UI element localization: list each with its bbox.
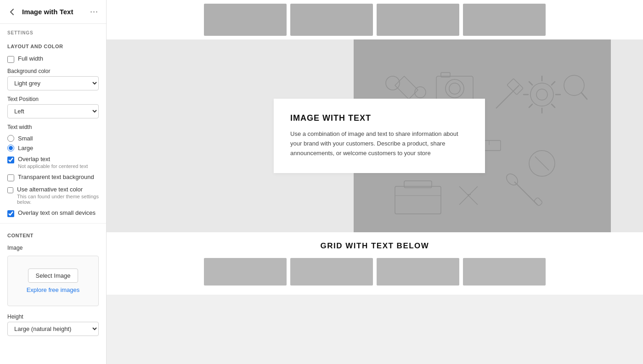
overlay-small-checkbox[interactable] [7,210,14,217]
text-width-large-label: Large [18,145,33,151]
text-width-radio-group: Small Large [0,133,106,153]
svg-line-38 [514,182,537,205]
alt-text-color-checkbox[interactable] [7,187,13,194]
placeholder-thumb-3 [377,4,459,36]
overlay-heading: IMAGE WITH TEXT [290,113,468,123]
background-color-row: Background color Light grey White Dark C… [0,65,106,93]
overlay-small-row: Overlay text on small devices [0,207,106,219]
grid-section: GRID WITH TEXT BELOW [107,232,643,295]
alt-text-color-label: Use alternative text color [17,186,99,193]
grid-thumb-1 [204,258,287,286]
overlap-text-row: Overlap text Not applicable for centered… [0,153,106,171]
top-image-row [107,0,643,39]
grid-row [116,258,634,286]
grid-title: GRID WITH TEXT BELOW [116,241,634,251]
svg-line-15 [552,104,555,107]
overlap-text-checkbox[interactable] [7,157,14,163]
svg-point-9 [536,89,547,100]
text-width-large-row: Large [7,145,99,151]
svg-line-19 [581,93,587,99]
placeholder-thumb-4 [463,4,546,36]
svg-point-4 [449,83,460,94]
background-color-label: Background color [7,68,99,74]
full-width-row: Full width [0,53,106,65]
alt-text-color-sublabel: This can found under theme settings belo… [17,194,99,205]
left-panel: Image with Text ··· SETTINGS LAYOUT AND … [0,0,107,364]
text-width-small-radio[interactable] [7,135,14,142]
panel-header: Image with Text ··· [0,0,106,24]
text-position-label: Text Position [7,96,99,102]
panel-title: Image with Text [22,8,84,16]
grid-thumb-4 [463,258,546,286]
text-width-row: Text width [0,121,106,133]
svg-rect-35 [395,186,441,214]
overlay-body: Use a combination of image and text to s… [290,129,468,158]
more-options-button[interactable]: ··· [88,6,101,18]
grid-thumb-3 [377,258,459,286]
svg-point-1 [415,87,426,98]
placeholder-thumb-2 [290,4,373,36]
svg-point-8 [530,83,553,106]
text-position-row: Text Position Left Center Right [0,93,106,121]
full-width-label: Full width [18,55,43,62]
layout-color-label: LAYOUT AND COLOR [0,38,106,53]
svg-line-16 [552,82,555,85]
grid-thumb-2 [290,258,373,286]
divider [0,223,106,224]
svg-line-6 [496,85,519,108]
settings-label: SETTINGS [0,24,106,38]
image-upload-box: Select Image Explore free images [7,256,99,306]
background-color-select[interactable]: Light grey White Dark Custom [7,76,99,90]
text-width-small-label: Small [18,135,33,142]
transparent-bg-checkbox[interactable] [7,174,14,181]
overlay-small-label: Overlay text on small devices [18,209,96,216]
placeholder-thumb-1 [204,4,287,36]
height-row: Height Large (natural height) Medium Sma… [0,311,106,339]
svg-line-14 [529,82,532,85]
select-image-button[interactable]: Select Image [28,269,79,283]
text-width-large-radio[interactable] [7,145,14,151]
panel-body: SETTINGS LAYOUT AND COLOR Full width Bac… [0,24,106,364]
explore-free-images-link[interactable]: Explore free images [27,286,80,293]
image-row: Image [0,242,106,254]
svg-line-17 [529,104,532,107]
main-area: IMAGE WITH TEXT Use a combination of ima… [107,0,643,364]
height-select[interactable]: Large (natural height) Medium Small Adap… [7,322,99,336]
svg-point-3 [446,79,464,98]
content-label: CONTENT [0,227,106,242]
overlap-text-sublabel: Not applicable for centered text [18,163,88,169]
alt-text-color-row: Use alternative text color This can foun… [0,184,106,207]
height-label: Height [7,314,99,320]
svg-rect-7 [507,78,523,95]
transparent-bg-label: Transparent text background [18,174,94,180]
back-button[interactable] [6,6,18,18]
overlap-text-label: Overlap text [18,156,88,162]
svg-line-34 [542,163,549,170]
image-with-text-section: IMAGE WITH TEXT Use a combination of ima… [107,39,643,232]
text-overlay-card: IMAGE WITH TEXT Use a combination of ima… [274,99,485,173]
svg-rect-40 [534,197,543,207]
transparent-bg-row: Transparent text background [0,171,106,184]
text-width-small-row: Small [7,135,99,142]
full-width-checkbox[interactable] [7,56,14,63]
image-label: Image [7,245,99,251]
svg-line-33 [535,157,542,163]
text-width-label: Text width [7,124,99,130]
text-position-select[interactable]: Left Center Right [7,104,99,118]
